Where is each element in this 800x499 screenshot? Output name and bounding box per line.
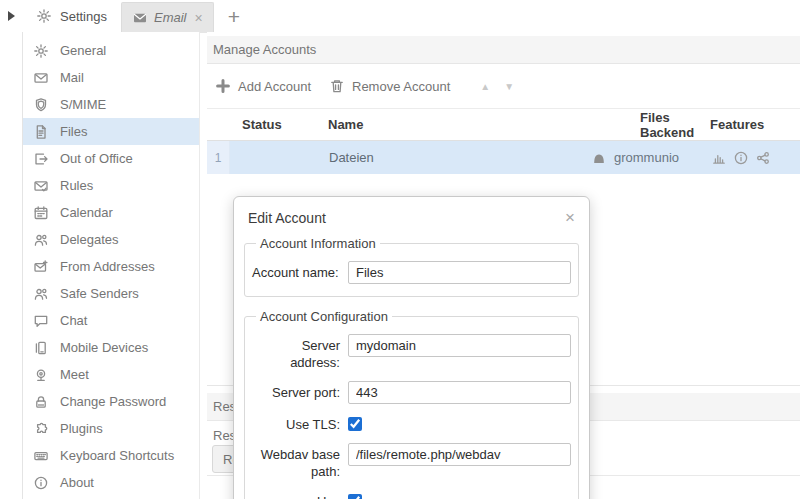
sidebar-item-label: Mobile Devices	[60, 340, 148, 355]
remove-account-button[interactable]: Remove Account	[329, 78, 450, 94]
add-account-label: Add Account	[238, 79, 311, 94]
account-information-fieldset: Account Information Account name:	[244, 236, 579, 297]
add-account-button[interactable]: Add Account	[215, 78, 311, 94]
sidebar-item-mobile-devices[interactable]: Mobile Devices	[23, 334, 199, 361]
mobile-devices-icon	[33, 340, 49, 356]
plus-icon	[215, 78, 231, 94]
sidebar-item-label: Mail	[60, 70, 84, 85]
webdav-base-path-label: Webdav base path:	[252, 443, 340, 481]
account-information-legend: Account Information	[256, 236, 380, 251]
sidebar-item-safe-senders[interactable]: Safe Senders	[23, 280, 199, 307]
sidebar-item-label: About	[60, 475, 94, 490]
accounts-toolbar: Add Account Remove Account ▲ ▼	[207, 64, 800, 108]
collapsed-nav-strip	[0, 32, 23, 499]
sidebar-item-label: Meet	[60, 367, 89, 382]
keyboard-icon	[33, 448, 49, 464]
edit-account-dialog: Edit Account × Account Information Accou…	[233, 196, 590, 499]
use-grommunio-credentials-label: Use grommunio credentials:	[252, 490, 340, 499]
sidebar-item-chat[interactable]: Chat	[23, 307, 199, 334]
file-icon	[33, 124, 49, 140]
sidebar-item-from-addresses[interactable]: From Addresses	[23, 253, 199, 280]
sidebar-item-label: Rules	[60, 178, 93, 193]
shield-icon	[33, 97, 49, 113]
sidebar-item-label: Chat	[60, 313, 87, 328]
settings-screen: Settings Email × + GeneralMailS/MIMEFile…	[0, 0, 800, 499]
account-name-label: Account name:	[252, 261, 340, 282]
settings-sidebar: GeneralMailS/MIMEFilesOut of OfficeRules…	[23, 32, 200, 499]
sidebar-item-label: From Addresses	[60, 259, 155, 274]
safe-senders-icon	[33, 286, 49, 302]
tab-settings[interactable]: Settings	[22, 0, 121, 32]
close-tab-icon[interactable]: ×	[195, 11, 203, 25]
dialog-header: Edit Account ×	[234, 197, 589, 236]
info-circle-icon[interactable]	[733, 150, 749, 166]
chevron-right-icon	[8, 11, 15, 21]
webdav-base-path-field[interactable]	[348, 443, 571, 466]
info-icon	[33, 475, 49, 491]
account-row-dateien[interactable]: 1Dateiengrommunio	[207, 141, 800, 174]
sidebar-item-rules[interactable]: Rules	[23, 172, 199, 199]
sidebar-item-files[interactable]: Files	[23, 118, 199, 145]
sidebar-item-label: Out of Office	[60, 151, 133, 166]
lock-icon	[33, 394, 49, 410]
accounts-grid-body: 1Dateiengrommunio	[207, 141, 800, 174]
tab-strip-expander[interactable]	[0, 0, 22, 32]
gear-icon	[33, 43, 49, 59]
sidebar-item-mail[interactable]: Mail	[23, 64, 199, 91]
sidebar-item-calendar[interactable]: Calendar	[23, 199, 199, 226]
tab-email-label: Email	[154, 10, 187, 25]
sidebar-item-label: Safe Senders	[60, 286, 139, 301]
sidebar-item-about[interactable]: About	[23, 469, 199, 496]
tab-email[interactable]: Email ×	[121, 2, 214, 33]
row-number-column-header	[207, 109, 229, 140]
trash-icon	[329, 78, 345, 94]
features-cell	[706, 150, 800, 166]
mail-icon	[33, 70, 49, 86]
from-addresses-icon	[33, 259, 49, 275]
use-grommunio-credentials-checkbox[interactable]	[348, 494, 362, 499]
tab-settings-label: Settings	[60, 9, 107, 24]
out-of-office-icon	[33, 151, 49, 167]
delegates-icon	[33, 232, 49, 248]
move-up-button[interactable]: ▲	[480, 81, 490, 92]
grommunio-icon	[591, 150, 607, 166]
row-number: 1	[207, 141, 230, 174]
use-tls-label: Use TLS:	[252, 413, 340, 434]
sidebar-item-s-mime[interactable]: S/MIME	[23, 91, 199, 118]
accounts-grid-header: Status Name Files Backend Features	[207, 109, 800, 141]
server-port-field[interactable]	[348, 381, 571, 404]
sidebar-item-label: General	[60, 43, 106, 58]
server-address-field[interactable]	[348, 334, 571, 357]
calendar-icon	[33, 205, 49, 221]
move-down-button[interactable]: ▼	[504, 81, 514, 92]
status-column-header: Status	[229, 117, 320, 132]
files-backend-column-header: Files Backend	[590, 110, 705, 140]
backend-label: grommunio	[614, 150, 679, 165]
sidebar-item-plugins[interactable]: Plugins	[23, 415, 199, 442]
quota-icon[interactable]	[711, 150, 727, 166]
share-icon[interactable]	[755, 150, 771, 166]
tab-bar: Settings Email × +	[0, 0, 800, 32]
sidebar-item-keyboard-shortcuts[interactable]: Keyboard Shortcuts	[23, 442, 199, 469]
sidebar-item-general[interactable]: General	[23, 37, 199, 64]
reorder-arrows: ▲ ▼	[480, 81, 514, 92]
features-column-header: Features	[705, 117, 800, 132]
account-name-field[interactable]	[348, 261, 571, 284]
sidebar-item-meet[interactable]: Meet	[23, 361, 199, 388]
server-address-label: Server address:	[252, 334, 340, 372]
account-name-cell: Dateien	[321, 150, 591, 165]
sidebar-item-out-of-office[interactable]: Out of Office	[23, 145, 199, 172]
account-configuration-fieldset: Account Configuration Server address: Se…	[244, 309, 579, 499]
sidebar-item-change-password[interactable]: Change Password	[23, 388, 199, 415]
sidebar-item-label: Keyboard Shortcuts	[60, 448, 174, 463]
chat-icon	[33, 313, 49, 329]
add-tab-button[interactable]: +	[228, 6, 240, 27]
use-tls-checkbox[interactable]	[348, 417, 362, 431]
sidebar-item-label: Delegates	[60, 232, 119, 247]
sidebar-item-delegates[interactable]: Delegates	[23, 226, 199, 253]
plugin-icon	[33, 421, 49, 437]
server-port-label: Server port:	[252, 381, 340, 402]
meet-icon	[33, 367, 49, 383]
close-icon[interactable]: ×	[565, 209, 575, 226]
sidebar-item-label: S/MIME	[60, 97, 106, 112]
